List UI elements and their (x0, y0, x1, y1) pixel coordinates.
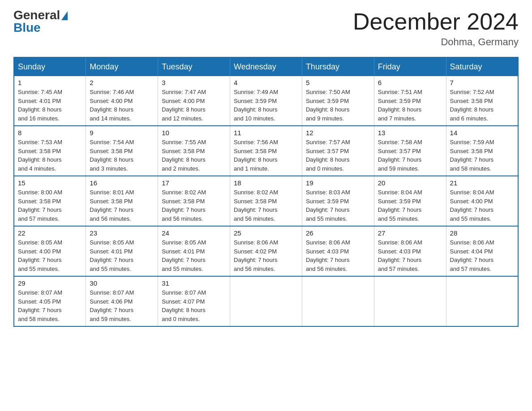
day-number: 9 (90, 129, 154, 137)
day-number: 29 (18, 279, 82, 287)
day-number: 11 (234, 129, 298, 137)
calendar-cell: 7 Sunrise: 7:52 AMSunset: 3:58 PMDayligh… (446, 76, 518, 126)
day-info: Sunrise: 7:54 AMSunset: 3:58 PMDaylight:… (90, 138, 154, 173)
location-text: Dohma, Germany (353, 36, 519, 48)
calendar-cell: 27 Sunrise: 8:06 AMSunset: 4:03 PMDaylig… (374, 226, 446, 276)
calendar-cell: 14 Sunrise: 7:59 AMSunset: 3:58 PMDaylig… (446, 126, 518, 176)
day-info: Sunrise: 8:04 AMSunset: 3:59 PMDaylight:… (378, 188, 442, 223)
day-info: Sunrise: 8:01 AMSunset: 3:58 PMDaylight:… (90, 188, 154, 223)
calendar-cell: 4 Sunrise: 7:49 AMSunset: 3:59 PMDayligh… (230, 76, 302, 126)
day-number: 6 (378, 79, 442, 86)
calendar-cell (374, 276, 446, 326)
weekday-header-saturday: Saturday (446, 57, 518, 76)
day-info: Sunrise: 8:07 AMSunset: 4:05 PMDaylight:… (18, 288, 82, 323)
day-info: Sunrise: 8:05 AMSunset: 4:00 PMDaylight:… (18, 238, 82, 273)
day-number: 19 (306, 179, 370, 187)
day-number: 28 (450, 229, 514, 237)
weekday-header-wednesday: Wednesday (230, 57, 302, 76)
calendar-cell: 6 Sunrise: 7:51 AMSunset: 3:59 PMDayligh… (374, 76, 446, 126)
day-info: Sunrise: 8:06 AMSunset: 4:03 PMDaylight:… (306, 238, 370, 273)
day-number: 18 (234, 179, 298, 187)
page-header: General Blue December 2024 Dohma, German… (13, 9, 519, 48)
day-info: Sunrise: 8:06 AMSunset: 4:03 PMDaylight:… (378, 238, 442, 273)
day-number: 14 (450, 129, 514, 137)
day-info: Sunrise: 8:07 AMSunset: 4:07 PMDaylight:… (162, 288, 226, 323)
logo-blue-text: Blue (13, 21, 41, 34)
calendar-cell: 9 Sunrise: 7:54 AMSunset: 3:58 PMDayligh… (86, 126, 158, 176)
day-number: 10 (162, 129, 226, 137)
day-number: 17 (162, 179, 226, 187)
calendar-cell: 31 Sunrise: 8:07 AMSunset: 4:07 PMDaylig… (158, 276, 230, 326)
day-info: Sunrise: 7:53 AMSunset: 3:58 PMDaylight:… (18, 138, 82, 173)
calendar-cell: 3 Sunrise: 7:47 AMSunset: 4:00 PMDayligh… (158, 76, 230, 126)
calendar-cell: 19 Sunrise: 8:03 AMSunset: 3:59 PMDaylig… (302, 176, 374, 226)
logo-triangle-icon (61, 11, 68, 20)
weekday-header-thursday: Thursday (302, 57, 374, 76)
day-number: 30 (90, 279, 154, 287)
calendar-cell: 20 Sunrise: 8:04 AMSunset: 3:59 PMDaylig… (374, 176, 446, 226)
calendar-cell: 29 Sunrise: 8:07 AMSunset: 4:05 PMDaylig… (14, 276, 86, 326)
calendar-cell: 16 Sunrise: 8:01 AMSunset: 3:58 PMDaylig… (86, 176, 158, 226)
day-info: Sunrise: 8:04 AMSunset: 4:00 PMDaylight:… (450, 188, 514, 223)
day-number: 22 (18, 229, 82, 237)
day-info: Sunrise: 7:46 AMSunset: 4:00 PMDaylight:… (90, 88, 154, 123)
calendar-cell: 11 Sunrise: 7:56 AMSunset: 3:58 PMDaylig… (230, 126, 302, 176)
day-number: 7 (450, 79, 514, 86)
day-info: Sunrise: 7:58 AMSunset: 3:57 PMDaylight:… (378, 138, 442, 173)
day-info: Sunrise: 8:02 AMSunset: 3:58 PMDaylight:… (162, 188, 226, 223)
calendar-cell: 17 Sunrise: 8:02 AMSunset: 3:58 PMDaylig… (158, 176, 230, 226)
title-block: December 2024 Dohma, Germany (353, 9, 519, 48)
calendar-cell: 23 Sunrise: 8:05 AMSunset: 4:01 PMDaylig… (86, 226, 158, 276)
day-number: 24 (162, 229, 226, 237)
calendar-cell: 28 Sunrise: 8:06 AMSunset: 4:04 PMDaylig… (446, 226, 518, 276)
month-title: December 2024 (353, 9, 519, 34)
day-info: Sunrise: 7:45 AMSunset: 4:01 PMDaylight:… (18, 88, 82, 123)
day-info: Sunrise: 8:03 AMSunset: 3:59 PMDaylight:… (306, 188, 370, 223)
day-info: Sunrise: 7:52 AMSunset: 3:58 PMDaylight:… (450, 88, 514, 123)
calendar-week-row: 15 Sunrise: 8:00 AMSunset: 3:58 PMDaylig… (14, 176, 518, 226)
day-info: Sunrise: 8:06 AMSunset: 4:04 PMDaylight:… (450, 238, 514, 273)
day-number: 5 (306, 79, 370, 86)
calendar-week-row: 8 Sunrise: 7:53 AMSunset: 3:58 PMDayligh… (14, 126, 518, 176)
day-number: 20 (378, 179, 442, 187)
day-info: Sunrise: 7:55 AMSunset: 3:58 PMDaylight:… (162, 138, 226, 173)
calendar-week-row: 22 Sunrise: 8:05 AMSunset: 4:00 PMDaylig… (14, 226, 518, 276)
calendar-cell: 10 Sunrise: 7:55 AMSunset: 3:58 PMDaylig… (158, 126, 230, 176)
calendar-cell: 1 Sunrise: 7:45 AMSunset: 4:01 PMDayligh… (14, 76, 86, 126)
day-number: 23 (90, 229, 154, 237)
day-number: 26 (306, 229, 370, 237)
day-info: Sunrise: 8:00 AMSunset: 3:58 PMDaylight:… (18, 188, 82, 223)
calendar-cell: 21 Sunrise: 8:04 AMSunset: 4:00 PMDaylig… (446, 176, 518, 226)
calendar-cell: 26 Sunrise: 8:06 AMSunset: 4:03 PMDaylig… (302, 226, 374, 276)
day-info: Sunrise: 8:02 AMSunset: 3:58 PMDaylight:… (234, 188, 298, 223)
calendar-week-row: 1 Sunrise: 7:45 AMSunset: 4:01 PMDayligh… (14, 76, 518, 126)
calendar-cell: 12 Sunrise: 7:57 AMSunset: 3:57 PMDaylig… (302, 126, 374, 176)
day-info: Sunrise: 7:49 AMSunset: 3:59 PMDaylight:… (234, 88, 298, 123)
calendar-cell: 24 Sunrise: 8:05 AMSunset: 4:01 PMDaylig… (158, 226, 230, 276)
weekday-header-friday: Friday (374, 57, 446, 76)
day-number: 8 (18, 129, 82, 137)
day-info: Sunrise: 7:59 AMSunset: 3:58 PMDaylight:… (450, 138, 514, 173)
calendar-cell: 30 Sunrise: 8:07 AMSunset: 4:06 PMDaylig… (86, 276, 158, 326)
day-number: 27 (378, 229, 442, 237)
calendar-cell (302, 276, 374, 326)
weekday-header-tuesday: Tuesday (158, 57, 230, 76)
day-info: Sunrise: 7:47 AMSunset: 4:00 PMDaylight:… (162, 88, 226, 123)
calendar-week-row: 29 Sunrise: 8:07 AMSunset: 4:05 PMDaylig… (14, 276, 518, 326)
calendar-cell: 25 Sunrise: 8:06 AMSunset: 4:02 PMDaylig… (230, 226, 302, 276)
calendar-cell: 18 Sunrise: 8:02 AMSunset: 3:58 PMDaylig… (230, 176, 302, 226)
logo: General Blue (13, 9, 68, 34)
calendar-table: SundayMondayTuesdayWednesdayThursdayFrid… (13, 57, 519, 327)
day-number: 1 (18, 79, 82, 86)
calendar-cell: 13 Sunrise: 7:58 AMSunset: 3:57 PMDaylig… (374, 126, 446, 176)
day-info: Sunrise: 7:56 AMSunset: 3:58 PMDaylight:… (234, 138, 298, 173)
day-number: 13 (378, 129, 442, 137)
weekday-header-sunday: Sunday (14, 57, 86, 76)
day-number: 12 (306, 129, 370, 137)
day-number: 25 (234, 229, 298, 237)
calendar-cell: 15 Sunrise: 8:00 AMSunset: 3:58 PMDaylig… (14, 176, 86, 226)
calendar-cell: 8 Sunrise: 7:53 AMSunset: 3:58 PMDayligh… (14, 126, 86, 176)
calendar-cell (230, 276, 302, 326)
calendar-cell (446, 276, 518, 326)
calendar-cell: 5 Sunrise: 7:50 AMSunset: 3:59 PMDayligh… (302, 76, 374, 126)
